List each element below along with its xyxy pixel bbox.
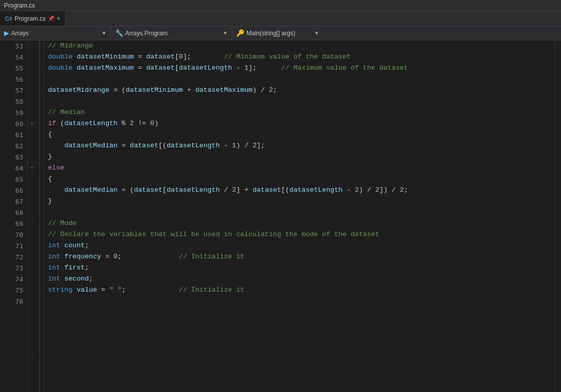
code-line xyxy=(44,207,555,218)
collapse-button[interactable]: − xyxy=(28,162,36,174)
namespace-dropdown[interactable]: ▶ Arrays ▼ xyxy=(0,26,111,40)
code-token: int xyxy=(48,251,60,262)
code-token: datasetMedian xyxy=(48,140,118,151)
code-line: { xyxy=(44,174,555,185)
file-tab[interactable]: C# Program.cs 📌 × xyxy=(0,11,66,26)
code-token: ; xyxy=(89,273,93,285)
code-line: int count; xyxy=(44,240,555,251)
code-token: ]) / xyxy=(379,185,400,196)
code-token: / xyxy=(220,185,232,196)
code-token: 2 xyxy=(252,140,257,151)
code-line: datasetMedian = (dataset[datasetLength /… xyxy=(44,185,555,196)
code-token: // Declare the variables that will be us… xyxy=(48,229,379,240)
line-number: 72 xyxy=(0,251,27,262)
pin-icon[interactable]: 📌 xyxy=(48,16,54,21)
code-token: 2 xyxy=(130,118,134,129)
code-token: datasetMedian xyxy=(48,185,118,196)
code-token: // Median xyxy=(48,107,85,118)
code-token: ; xyxy=(85,262,89,273)
code-token: int xyxy=(48,262,60,273)
code-token: = ( xyxy=(110,85,126,96)
code-token: 2 xyxy=(232,185,236,196)
code-token: 0 xyxy=(114,251,118,262)
code-token: 2 xyxy=(400,185,404,196)
code-token: ; xyxy=(85,240,89,251)
code-token: = xyxy=(134,51,146,63)
close-icon[interactable]: × xyxy=(57,15,60,22)
code-token: // Midrange xyxy=(48,40,93,51)
code-token: // Initialize it xyxy=(179,285,244,296)
code-token: 1 xyxy=(232,140,236,151)
class-chevron: ▼ xyxy=(223,30,228,36)
code-token: datasetLength xyxy=(64,118,117,129)
code-editor[interactable]: // Midrangedouble datasetMinimum = datas… xyxy=(44,40,555,392)
line-number: 67 xyxy=(0,196,27,207)
line-number: 69 xyxy=(0,218,27,229)
code-token: - xyxy=(232,63,244,74)
code-line: if (datasetLength % 2 != 0) xyxy=(44,118,555,129)
code-token: { xyxy=(48,174,52,185)
code-token: double xyxy=(48,63,73,74)
vertical-scrollbar[interactable] xyxy=(555,40,561,392)
code-token: datasetLength xyxy=(289,185,342,196)
class-label: Arrays.Program xyxy=(125,30,168,37)
code-token: [ xyxy=(175,63,179,74)
code-token: string xyxy=(48,285,73,296)
line-numbers-gutter: 5354555657585960616263646566676869707172… xyxy=(0,40,28,392)
indent-gutter xyxy=(36,40,44,392)
code-line xyxy=(44,296,555,307)
code-token: } xyxy=(48,151,52,162)
code-token: } xyxy=(48,196,52,207)
line-number: 74 xyxy=(0,273,27,285)
code-token: if xyxy=(48,118,56,129)
line-number: 55 xyxy=(0,63,27,74)
line-number: 58 xyxy=(0,96,27,107)
code-token: 0 xyxy=(150,118,155,129)
code-token: != xyxy=(134,118,150,129)
line-number: 56 xyxy=(0,74,27,85)
line-number: 76 xyxy=(0,296,27,307)
code-line xyxy=(44,96,555,107)
class-icon: 🔧 xyxy=(115,29,123,37)
code-token: = xyxy=(118,140,130,151)
code-token: ; xyxy=(273,85,277,96)
code-token: ] + xyxy=(236,185,252,196)
collapse-button[interactable]: − xyxy=(28,118,36,129)
code-line: datasetMidrange = (datasetMinimum + data… xyxy=(44,85,555,96)
code-token: dataset xyxy=(252,185,281,196)
method-dropdown[interactable]: 🔑 Main(string[] args) ▼ xyxy=(232,26,323,40)
code-token: = xyxy=(97,285,109,296)
code-token: [( xyxy=(159,140,167,151)
code-token: 2 xyxy=(375,185,379,196)
code-token: ( xyxy=(56,118,64,129)
code-token: [( xyxy=(281,185,289,196)
code-token: ) / xyxy=(359,185,375,196)
nav-bar: ▶ Arrays ▼ 🔧 Arrays.Program ▼ 🔑 Main(str… xyxy=(0,26,561,40)
namespace-chevron: ▼ xyxy=(101,30,107,36)
title-bar-text: Program.cs xyxy=(4,2,35,9)
code-token: // Maximum value of the dataset xyxy=(281,63,408,74)
code-token: frequency xyxy=(64,251,101,262)
code-token: [ xyxy=(163,185,167,196)
line-number: 75 xyxy=(0,285,27,296)
class-dropdown[interactable]: 🔧 Arrays.Program ▼ xyxy=(111,26,232,40)
code-line: int second; xyxy=(44,273,555,285)
code-token xyxy=(73,51,77,63)
code-token: = xyxy=(134,63,146,74)
code-token xyxy=(60,273,64,285)
code-token: ) / xyxy=(236,140,252,151)
code-line: { xyxy=(44,129,555,140)
code-token: - xyxy=(342,185,354,196)
line-number: 54 xyxy=(0,51,27,63)
method-chevron: ▼ xyxy=(314,30,319,36)
code-token: = xyxy=(101,251,113,262)
line-number: 61 xyxy=(0,129,27,140)
code-token xyxy=(73,63,77,74)
code-line: } xyxy=(44,151,555,162)
code-token: datasetMaximum xyxy=(195,85,252,96)
code-token: % xyxy=(118,118,130,129)
collapse-gutter: −− xyxy=(28,40,36,392)
code-token: dataset xyxy=(146,63,175,74)
code-token: dataset xyxy=(134,185,163,196)
code-token: first xyxy=(64,262,85,273)
